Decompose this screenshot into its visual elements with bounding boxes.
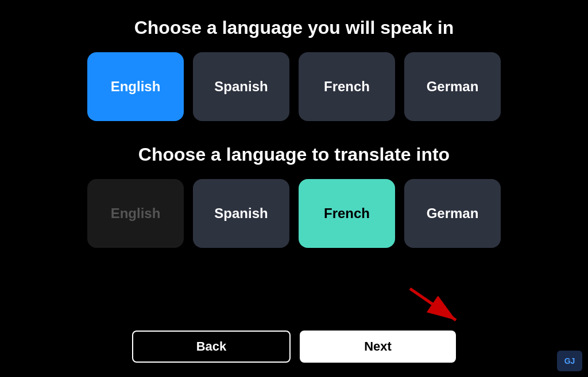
speak-title: Choose a language you will speak in: [134, 17, 454, 38]
next-button[interactable]: Next: [300, 331, 456, 363]
speak-german-btn[interactable]: German: [404, 52, 501, 121]
speak-english-btn[interactable]: English: [87, 52, 184, 121]
back-button[interactable]: Back: [132, 331, 291, 363]
translate-spanish-btn[interactable]: Spanish: [193, 179, 289, 248]
arrow-indicator: [404, 283, 473, 331]
translate-title: Choose a language to translate into: [138, 144, 450, 165]
translate-section: Choose a language to translate into Engl…: [34, 144, 554, 265]
translate-language-grid: English Spanish French German: [87, 179, 501, 248]
speak-french-btn[interactable]: French: [299, 52, 395, 121]
speak-spanish-btn[interactable]: Spanish: [193, 52, 289, 121]
translate-english-btn[interactable]: English: [87, 179, 184, 248]
speak-section: Choose a language you will speak in Engl…: [34, 17, 554, 138]
logo: GJ: [557, 351, 582, 371]
translate-french-btn[interactable]: French: [299, 179, 395, 248]
translate-german-btn[interactable]: German: [404, 179, 501, 248]
svg-line-1: [410, 289, 456, 320]
bottom-actions: Back Next: [0, 331, 588, 363]
speak-language-grid: English Spanish French German: [87, 52, 501, 121]
